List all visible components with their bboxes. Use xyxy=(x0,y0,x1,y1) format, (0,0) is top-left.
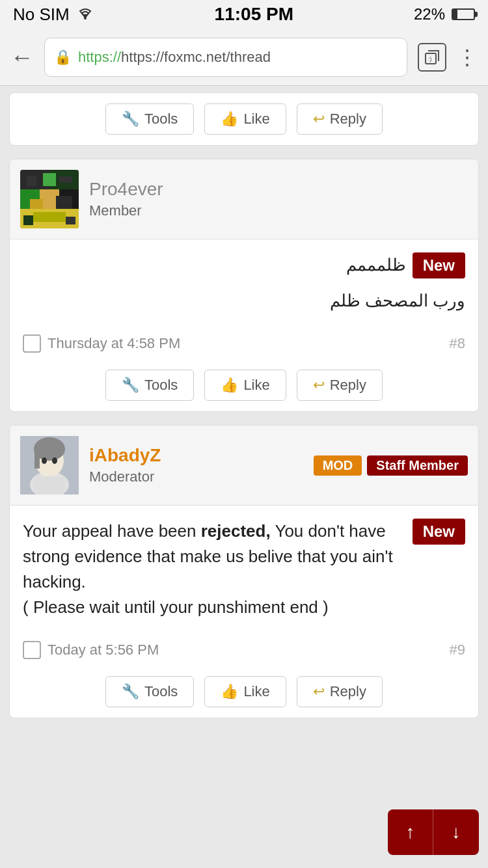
top-tools-label: Tools xyxy=(144,111,178,128)
svg-rect-11 xyxy=(43,173,56,186)
post-9-new-badge: New xyxy=(413,519,465,545)
post-8-like-button[interactable]: 👍 Like xyxy=(204,370,286,401)
reply-icon: ↩ xyxy=(313,111,325,128)
post-8-tools-label: Tools xyxy=(144,377,178,394)
top-tools-button[interactable]: 🔧 Tools xyxy=(105,103,194,135)
wrench-icon-9: 🔧 xyxy=(122,683,139,700)
svg-rect-16 xyxy=(23,215,33,225)
wifi-icon xyxy=(76,5,94,25)
top-reply-button[interactable]: ↩ Reply xyxy=(297,103,383,135)
thumbs-up-icon-9: 👍 xyxy=(221,683,238,700)
thumbs-up-icon-8: 👍 xyxy=(221,377,238,394)
time-display: 11:05 PM xyxy=(215,4,293,25)
post-8-body: New ظلمممم ورب المصحف ظلم xyxy=(10,239,478,334)
top-reply-label: Reply xyxy=(330,111,366,128)
post-8-number: #8 xyxy=(450,335,465,352)
post-8-like-label: Like xyxy=(243,377,269,394)
top-post-actions: 🔧 Tools 👍 Like ↩ Reply xyxy=(9,92,479,146)
reply-icon-8: ↩ xyxy=(313,377,325,394)
url-text: https://https://foxmc.net/thread xyxy=(78,49,271,66)
battery-percent: 22% xyxy=(414,5,445,23)
top-like-label: Like xyxy=(243,111,269,128)
post-9-role: Moderator xyxy=(89,468,303,485)
post-9-user-info: iAbadyZ Moderator xyxy=(89,445,303,485)
svg-rect-13 xyxy=(30,199,43,209)
post-8-role: Member xyxy=(89,202,468,219)
post-9-actions: 🔧 Tools 👍 Like ↩ Reply xyxy=(10,670,478,718)
wrench-icon: 🔧 xyxy=(122,111,139,128)
post-9-checkbox[interactable] xyxy=(23,641,41,659)
status-right: 22% xyxy=(414,5,475,23)
post-8-card: Pro4ever Member New ظلمممم ورب المصحف ظل… xyxy=(9,159,479,412)
status-bar: No SIM 11:05 PM 22% xyxy=(0,0,488,29)
post-8-user-info: Pro4ever Member xyxy=(89,179,468,219)
scroll-buttons[interactable]: ↑ ↓ xyxy=(388,809,479,855)
svg-rect-12 xyxy=(59,176,72,183)
tab-switcher-icon[interactable]: :) xyxy=(418,43,446,72)
thumbs-up-icon: 👍 xyxy=(221,111,238,128)
post-8-checkbox[interactable] xyxy=(23,334,41,353)
post-9-body: New Your appeal have been rejected, You … xyxy=(10,506,478,641)
post-8-arabic-line2: ورب المصحف ظلم xyxy=(23,288,465,314)
post-9-username: iAbadyZ xyxy=(89,445,303,466)
svg-point-0 xyxy=(84,17,87,20)
post-9-badges: MOD Staff Member xyxy=(314,455,468,476)
post-9-content: Your appeal have been rejected, You don'… xyxy=(23,519,465,620)
scroll-down-button[interactable]: ↓ xyxy=(433,809,479,855)
post-8-username: Pro4ever xyxy=(89,179,468,200)
svg-text::): :) xyxy=(428,56,432,62)
post-9-card: iAbadyZ Moderator MOD Staff Member New Y… xyxy=(9,425,479,718)
post-9-like-label: Like xyxy=(243,683,269,700)
post-9-text-bold: rejected, xyxy=(201,521,271,541)
post-9-reply-label: Reply xyxy=(330,683,366,700)
reply-icon-9: ↩ xyxy=(313,683,325,700)
staff-badge: Staff Member xyxy=(367,455,468,476)
post-8-user-header: Pro4ever Member xyxy=(10,159,478,239)
main-content: 🔧 Tools 👍 Like ↩ Reply xyxy=(0,86,488,738)
url-bar[interactable]: 🔒 https://https://foxmc.net/thread xyxy=(44,38,407,77)
scroll-up-button[interactable]: ↑ xyxy=(388,809,433,855)
post-8-reply-label: Reply xyxy=(330,377,366,394)
wrench-icon-8: 🔧 xyxy=(122,377,139,394)
post-8-time-area: Thursday at 4:58 PM xyxy=(23,334,180,353)
mod-badge: MOD xyxy=(314,455,362,476)
back-button[interactable]: ← xyxy=(10,44,34,71)
post-9-footer: Today at 5:56 PM #9 xyxy=(10,641,478,670)
post-8-reply-button[interactable]: ↩ Reply xyxy=(297,370,383,401)
post-8-avatar xyxy=(20,170,79,228)
svg-rect-15 xyxy=(33,212,66,222)
post-9-text-pre: Your appeal have been xyxy=(23,521,201,541)
browser-bar: ← 🔒 https://https://foxmc.net/thread :) … xyxy=(0,29,488,86)
post-9-reply-button[interactable]: ↩ Reply xyxy=(297,676,383,707)
post-9-user-header: iAbadyZ Moderator MOD Staff Member xyxy=(10,426,478,506)
post-8-actions: 🔧 Tools 👍 Like ↩ Reply xyxy=(10,363,478,411)
post-8-new-badge: New xyxy=(413,252,465,278)
svg-rect-10 xyxy=(27,176,36,186)
post-9-time-area: Today at 5:56 PM xyxy=(23,641,159,659)
more-options-icon[interactable]: ⋮ xyxy=(457,45,478,70)
post-8-footer: Thursday at 4:58 PM #8 xyxy=(10,334,478,363)
post-8-tools-button[interactable]: 🔧 Tools xyxy=(105,370,194,401)
svg-point-25 xyxy=(52,457,57,464)
post-8-arabic-line1: ظلمممم xyxy=(23,252,465,278)
svg-rect-14 xyxy=(56,196,72,209)
status-left: No SIM xyxy=(13,5,94,25)
post-9-timestamp: Today at 5:56 PM xyxy=(47,642,159,658)
post-9-like-button[interactable]: 👍 Like xyxy=(204,676,286,707)
carrier-label: No SIM xyxy=(13,5,70,25)
svg-rect-17 xyxy=(66,217,75,224)
post-9-number: #9 xyxy=(450,642,465,658)
post-9-avatar xyxy=(20,436,79,495)
battery-icon xyxy=(452,8,475,20)
top-like-button[interactable]: 👍 Like xyxy=(204,103,286,135)
svg-point-24 xyxy=(42,457,47,464)
post-9-tools-button[interactable]: 🔧 Tools xyxy=(105,676,194,707)
post-9-tools-label: Tools xyxy=(144,683,178,700)
svg-rect-23 xyxy=(34,449,40,468)
svg-rect-26 xyxy=(34,476,64,495)
lock-icon: 🔒 xyxy=(54,49,72,66)
post-8-timestamp: Thursday at 4:58 PM xyxy=(47,335,180,352)
